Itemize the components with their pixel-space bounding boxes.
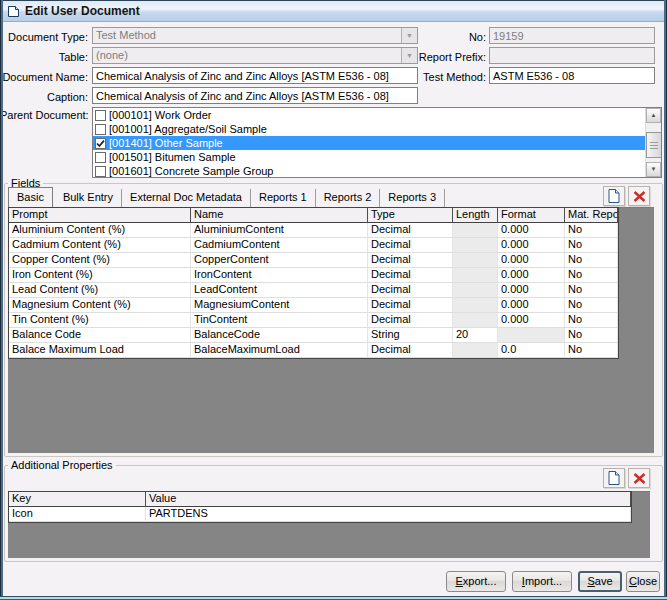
delete-field-button[interactable] <box>628 186 650 206</box>
cell[interactable]: No <box>565 238 618 253</box>
column-header[interactable]: Format <box>498 208 565 223</box>
parent-document-list[interactable]: [000101] Work Order [001001] Aggregate/S… <box>92 107 662 178</box>
tab-external-doc-metadata[interactable]: External Doc Metadata <box>122 189 251 207</box>
column-header[interactable]: Key <box>9 492 146 507</box>
cell[interactable]: BalaceMaximumLoad <box>191 343 368 358</box>
tab-bulk-entry[interactable]: Bulk Entry <box>55 189 122 207</box>
cell[interactable]: No <box>565 283 618 298</box>
table-row[interactable]: Iron Content (%) IronContent Decimal 0.0… <box>9 268 618 283</box>
table-row[interactable]: Balace Maximum Load BalaceMaximumLoad De… <box>9 343 618 358</box>
cell[interactable]: Balace Maximum Load <box>9 343 191 358</box>
tab-reports-3[interactable]: Reports 3 <box>380 189 445 207</box>
cell[interactable]: Balance Code <box>9 328 191 343</box>
cell[interactable]: Tin Content (%) <box>9 313 191 328</box>
cell[interactable]: 0.000 <box>498 298 565 313</box>
title-bar[interactable]: Edit User Document <box>0 0 667 22</box>
cell[interactable]: PARTDENS <box>146 507 631 522</box>
cell[interactable]: 0.0 <box>498 343 565 358</box>
add-field-button[interactable] <box>603 186 625 206</box>
table-row[interactable]: Magnesium Content (%) MagnesiumContent D… <box>9 298 618 313</box>
cell[interactable]: Decimal <box>368 343 453 358</box>
cell[interactable]: No <box>565 298 618 313</box>
cell[interactable]: Magnesium Content (%) <box>9 298 191 313</box>
table-row[interactable]: Tin Content (%) TinContent Decimal 0.000… <box>9 313 618 328</box>
export-button[interactable]: Export... <box>446 571 506 592</box>
table-row[interactable]: Balance Code BalanceCode String 20 No <box>9 328 618 343</box>
table-row[interactable]: Lead Content (%) LeadContent Decimal 0.0… <box>9 283 618 298</box>
table-row[interactable]: Icon PARTDENS <box>9 507 631 522</box>
cell[interactable]: Decimal <box>368 313 453 328</box>
cell[interactable]: Iron Content (%) <box>9 268 191 283</box>
column-header[interactable]: Mat. Report <box>565 208 618 223</box>
tab-basic[interactable]: Basic <box>8 187 53 207</box>
document-type-select[interactable]: Test Method ▼ <box>92 27 418 44</box>
list-item[interactable]: [001501] Bitumen Sample <box>93 150 645 164</box>
caption-input[interactable] <box>92 87 418 104</box>
cell[interactable]: 0.000 <box>498 238 565 253</box>
checkbox[interactable] <box>95 166 106 177</box>
scroll-down-icon[interactable]: ▼ <box>646 162 661 177</box>
cell[interactable]: No <box>565 223 618 238</box>
cell[interactable]: Decimal <box>368 253 453 268</box>
cell[interactable]: Copper Content (%) <box>9 253 191 268</box>
cell[interactable]: No <box>565 328 618 343</box>
cell[interactable]: Decimal <box>368 223 453 238</box>
list-item[interactable]: [001601] Concrete Sample Group <box>93 164 645 177</box>
scroll-up-icon[interactable]: ▲ <box>646 108 661 123</box>
cell[interactable]: No <box>565 268 618 283</box>
checkbox-checked[interactable] <box>95 138 106 149</box>
test-method-input[interactable] <box>489 67 655 84</box>
column-header[interactable]: Length <box>453 208 498 223</box>
import-button[interactable]: Import... <box>512 571 572 592</box>
cell[interactable]: String <box>368 328 453 343</box>
additional-properties-grid[interactable]: Key Value Icon PARTDENS <box>8 491 632 523</box>
add-property-button[interactable] <box>603 468 625 488</box>
cell[interactable]: Icon <box>9 507 146 522</box>
tab-reports-1[interactable]: Reports 1 <box>251 189 316 207</box>
column-header[interactable]: Prompt <box>9 208 191 223</box>
cell[interactable]: Lead Content (%) <box>9 283 191 298</box>
save-button[interactable]: Save <box>578 571 622 592</box>
cell[interactable]: 20 <box>453 328 498 343</box>
cell[interactable]: No <box>565 313 618 328</box>
cell[interactable]: TinContent <box>191 313 368 328</box>
table-row[interactable]: Copper Content (%) CopperContent Decimal… <box>9 253 618 268</box>
list-item-selected[interactable]: [001401] Other Sample <box>93 136 645 150</box>
cell[interactable]: AluminiumContent <box>191 223 368 238</box>
cell[interactable]: 0.000 <box>498 283 565 298</box>
checkbox[interactable] <box>95 110 106 121</box>
table-row[interactable]: Cadmium Content (%) CadmiumContent Decim… <box>9 238 618 253</box>
cell[interactable]: Decimal <box>368 238 453 253</box>
list-item[interactable]: [001001] Aggregate/Soil Sample <box>93 122 645 136</box>
close-button[interactable]: Close <box>626 571 660 592</box>
cell[interactable]: Cadmium Content (%) <box>9 238 191 253</box>
tab-reports-2[interactable]: Reports 2 <box>316 189 381 207</box>
document-name-input[interactable] <box>92 67 418 84</box>
cell[interactable]: LeadContent <box>191 283 368 298</box>
cell[interactable]: CadmiumContent <box>191 238 368 253</box>
cell[interactable]: 0.000 <box>498 223 565 238</box>
cell[interactable]: Aluminium Content (%) <box>9 223 191 238</box>
table-select[interactable]: (none) ▼ <box>92 47 418 64</box>
checkbox[interactable] <box>95 152 106 163</box>
cell[interactable]: No <box>565 343 618 358</box>
scrollbar-thumb[interactable] <box>646 132 662 158</box>
cell[interactable]: Decimal <box>368 268 453 283</box>
cell[interactable]: BalanceCode <box>191 328 368 343</box>
column-header[interactable]: Value <box>146 492 631 507</box>
cell[interactable]: 0.000 <box>498 268 565 283</box>
list-scrollbar[interactable]: ▲ ▼ <box>645 108 661 177</box>
column-header[interactable]: Name <box>191 208 368 223</box>
cell[interactable]: Decimal <box>368 298 453 313</box>
list-item[interactable]: [000101] Work Order <box>93 108 645 122</box>
delete-property-button[interactable] <box>628 468 650 488</box>
cell[interactable]: 0.000 <box>498 253 565 268</box>
table-row[interactable]: Aluminium Content (%) AluminiumContent D… <box>9 223 618 238</box>
column-header[interactable]: Type <box>368 208 453 223</box>
cell[interactable]: No <box>565 253 618 268</box>
cell[interactable]: 0.000 <box>498 313 565 328</box>
cell[interactable]: MagnesiumContent <box>191 298 368 313</box>
cell[interactable]: CopperContent <box>191 253 368 268</box>
checkbox[interactable] <box>95 124 106 135</box>
cell[interactable]: IronContent <box>191 268 368 283</box>
